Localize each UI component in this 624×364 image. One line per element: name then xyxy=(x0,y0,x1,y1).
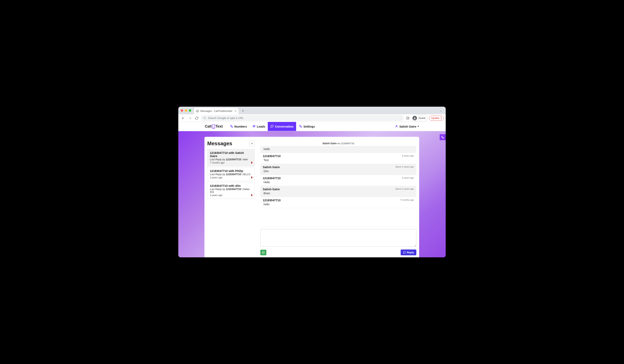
app-header: Call Text Numbers Leads xyxy=(178,122,446,131)
nav-leads[interactable]: Leads xyxy=(250,122,268,131)
minimize-window-button[interactable] xyxy=(185,109,187,112)
message-sender: 12183047710 xyxy=(263,177,281,180)
message-time: about 3 years ago xyxy=(395,188,414,190)
message-row: Satish Gaire about 3 years ago Brian xyxy=(260,186,416,197)
svg-point-5 xyxy=(300,125,301,126)
maximize-window-button[interactable] xyxy=(189,109,191,112)
message-row: 12183047710 7 months ago hello xyxy=(260,197,416,208)
message-header: Satish Gaire about 3 years ago xyxy=(263,166,414,169)
conversation-item-subtitle: Last Reply by 12183047710: Dallas 931 xyxy=(210,188,252,194)
conversation-item-time: 3 years ago xyxy=(210,194,252,197)
image-icon xyxy=(262,251,265,254)
message-sender: 12183047710 xyxy=(263,154,281,158)
svg-point-0 xyxy=(204,117,205,119)
nav-tabs: Numbers Leads Conversation xyxy=(228,122,318,131)
back-button[interactable] xyxy=(180,115,186,121)
new-message-button[interactable]: + xyxy=(249,141,255,146)
messages-list[interactable]: Hello 12183047710 3 years ago Test Satis… xyxy=(260,146,416,227)
page: Call Text Numbers Leads xyxy=(178,122,446,257)
nav-label: Settings xyxy=(303,125,315,128)
reply-label: Reply xyxy=(407,251,414,254)
address-bar[interactable]: Search Google or type a URL xyxy=(201,115,404,121)
conversation-item-subtitle: Last Reply by 12183047710: hello xyxy=(210,158,252,161)
profile-label: Guest xyxy=(418,117,426,120)
conversation-item[interactable]: 12183047710 with Satish Gaire Last Reply… xyxy=(207,149,255,166)
conversation-item[interactable]: 12183047710 with Alin Last Reply by 1218… xyxy=(207,182,255,199)
tabs-dropdown-button[interactable]: ⌵ xyxy=(439,108,443,113)
message-header: 12183047710 3 years ago xyxy=(263,177,414,180)
gear-icon xyxy=(299,124,302,129)
reload-button[interactable] xyxy=(194,115,200,121)
nav-conversation[interactable]: Conversation xyxy=(268,122,296,131)
menu-dots-icon xyxy=(441,117,442,119)
users-icon xyxy=(252,124,256,129)
message-body: Ghv xyxy=(263,170,414,173)
nav-settings[interactable]: Settings xyxy=(296,122,317,131)
message-body: Hello xyxy=(263,147,414,151)
conversation-item[interactable]: 12183047710 with Philip Last Reply by 12… xyxy=(207,167,255,181)
message-body: Hello xyxy=(263,181,414,184)
delete-conversation-button[interactable] xyxy=(251,194,253,197)
nav-label: Conversation xyxy=(275,125,293,128)
compose-actions: Reply xyxy=(260,249,416,255)
dialer-fab[interactable] xyxy=(440,134,446,140)
omnibox-placeholder: Search Google or type a URL xyxy=(208,117,244,120)
message-sender: Satish Gaire xyxy=(263,188,280,191)
message-row: 12183047710 3 years ago Test xyxy=(260,153,416,164)
conversation-item-time: 3 years ago xyxy=(210,176,252,179)
app-body: Messages + 12183047710 with Satish Gaire… xyxy=(178,131,446,257)
update-button[interactable]: Update xyxy=(429,116,444,121)
chevron-down-icon xyxy=(417,126,419,127)
conversation-list: 12183047710 with Satish Gaire Last Reply… xyxy=(207,149,255,199)
traffic-lights xyxy=(181,109,194,112)
profile-button[interactable]: Guest xyxy=(412,115,428,121)
conversation-item-subtitle: Last Reply by 12183047710: hELLO xyxy=(210,173,252,176)
reply-input[interactable] xyxy=(260,229,416,247)
compose-area: Reply xyxy=(260,227,416,257)
browser-tab[interactable]: Messages - CallThatNumber × xyxy=(194,108,238,114)
avatar-icon xyxy=(413,116,417,120)
svg-point-6 xyxy=(301,126,302,127)
message-body: hello xyxy=(263,203,414,206)
trash-icon xyxy=(251,161,253,164)
close-tab-icon[interactable]: × xyxy=(235,109,236,113)
side-panel-button[interactable] xyxy=(405,115,411,121)
nav-label: Numbers xyxy=(234,125,247,128)
trash-icon xyxy=(251,194,253,196)
svg-point-3 xyxy=(253,125,254,126)
svg-rect-1 xyxy=(407,117,409,119)
conversation-pane: Satish Gaire via 12183047710 Hello 12183… xyxy=(260,140,416,257)
messages-header: Messages + xyxy=(207,140,255,147)
user-icon xyxy=(395,125,398,128)
conversation-item-title: 12183047710 with Satish Gaire xyxy=(210,151,252,158)
forward-button[interactable] xyxy=(187,115,193,121)
close-window-button[interactable] xyxy=(181,109,183,112)
globe-icon xyxy=(196,110,199,113)
message-header: 12183047710 3 years ago xyxy=(263,154,414,158)
conversation-header: Satish Gaire via 12183047710 xyxy=(260,140,416,146)
browser-toolbar: Search Google or type a URL Guest Update xyxy=(178,114,446,122)
conversation-contact-name: Satish Gaire xyxy=(322,142,337,145)
message-time: about 3 years ago xyxy=(395,166,414,168)
logo[interactable]: Call Text xyxy=(205,124,223,129)
attach-image-button[interactable] xyxy=(260,250,266,255)
phone-icon xyxy=(212,124,215,129)
message-body: Brian xyxy=(263,192,414,195)
message-row: Satish Gaire about 3 years ago Ghv xyxy=(260,164,416,175)
chat-icon xyxy=(270,124,274,128)
user-menu[interactable]: Satish Gaire xyxy=(395,125,419,128)
new-tab-button[interactable]: + xyxy=(240,108,246,114)
svg-point-2 xyxy=(414,117,415,118)
conversation-item-title: 12183047710 with Alin xyxy=(210,184,252,187)
delete-conversation-button[interactable] xyxy=(251,176,253,179)
delete-conversation-button[interactable] xyxy=(251,161,253,165)
trash-icon xyxy=(251,176,253,179)
message-time: 3 years ago xyxy=(402,154,414,157)
search-icon xyxy=(203,117,206,120)
reply-button[interactable]: Reply xyxy=(401,249,416,255)
main-panel: Messages + 12183047710 with Satish Gaire… xyxy=(205,137,419,257)
message-body: Test xyxy=(263,159,414,162)
phone-icon xyxy=(441,136,444,139)
message-time: 3 years ago xyxy=(402,177,414,179)
nav-numbers[interactable]: Numbers xyxy=(228,122,250,131)
